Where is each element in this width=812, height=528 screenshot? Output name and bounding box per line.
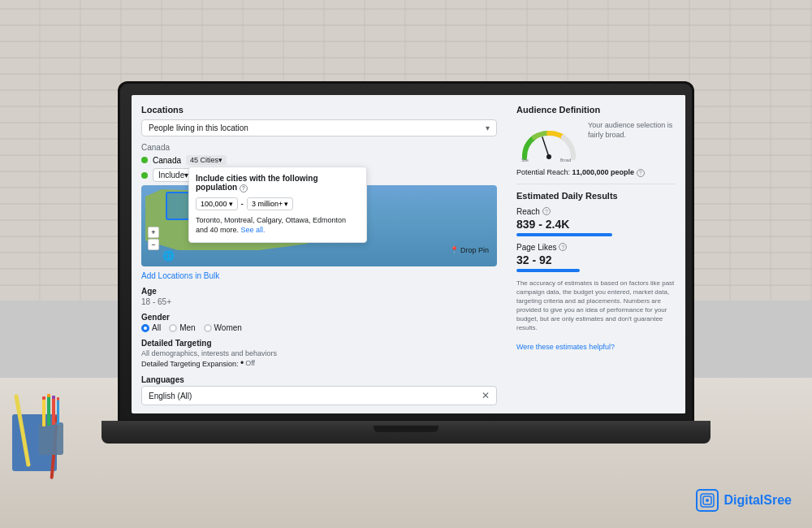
language-close-icon[interactable]: ✕ <box>482 390 490 401</box>
logo-text: DigitalSree <box>723 493 792 508</box>
include-green-dot <box>141 172 148 179</box>
min-value: 100,000 <box>201 200 227 208</box>
dropdown-arrow-icon: ▾ <box>486 123 490 132</box>
radio-women-empty <box>204 324 212 332</box>
page-likes-label: Page Likes <box>516 243 556 252</box>
map-zoom-controls: + − <box>148 227 159 250</box>
page-likes-label-row: Page Likes ? <box>516 243 676 252</box>
cities-list: Toronto, Montreal, Calgary, Ottawa, Edmo… <box>196 215 360 236</box>
page-likes-info-icon: ? <box>559 243 567 251</box>
gender-label: Gender <box>141 313 497 322</box>
svg-line-9 <box>542 137 549 157</box>
gauge-section: Spe Broad Your audience selection is fai… <box>516 121 676 162</box>
audience-desc-text: Your audience selection is fairly broad. <box>588 121 672 139</box>
men-label: Men <box>179 323 195 332</box>
radio-men-empty <box>169 324 177 332</box>
languages-section: Languages English (All) ✕ <box>141 375 497 405</box>
laptop: Locations People living in this location… <box>118 81 694 471</box>
reach-bar <box>516 233 612 236</box>
svg-rect-4 <box>47 394 50 397</box>
min-population-input[interactable]: 100,000 ▾ <box>196 197 238 210</box>
audience-definition-title: Audience Definition <box>516 105 676 115</box>
potential-reach: Potential Reach: 11,000,000 people ? <box>516 168 676 177</box>
reach-info-icon: ? <box>542 207 551 215</box>
cities-text: Toronto, Montreal, Calgary, Ottawa, Edmo… <box>196 216 346 235</box>
gender-men-option[interactable]: Men <box>169 323 195 332</box>
age-label: Age <box>141 287 497 296</box>
laptop-screen: Locations People living in this location… <box>132 95 685 413</box>
svg-text:Spe: Spe <box>521 158 529 162</box>
reach-label: Reach <box>516 207 540 216</box>
logo-svg <box>699 492 715 509</box>
language-input[interactable]: English (All) ✕ <box>141 386 497 405</box>
see-all-link[interactable]: See all. <box>241 226 266 234</box>
panel-divider <box>516 184 676 184</box>
pin-label: Drop Pin <box>460 246 489 254</box>
audience-desc: Your audience selection is fairly broad. <box>588 121 676 140</box>
svg-rect-3 <box>47 396 50 426</box>
detailed-targeting-desc: All demographics, interests and behavior… <box>141 349 497 357</box>
age-section: Age 18 - 65+ <box>141 287 497 306</box>
expansion-row: Detailed Targeting Expansion: • Off <box>141 357 497 369</box>
green-dot-icon <box>141 157 148 163</box>
include-label: Include <box>158 171 184 180</box>
svg-rect-5 <box>52 397 55 425</box>
potential-reach-value: 11,000,000 people <box>572 168 635 176</box>
cities-dropdown-arrow: ▾ <box>218 156 222 164</box>
popup-info-icon: ? <box>240 184 248 193</box>
bullet-icon: • <box>240 357 244 369</box>
popup-title: Include cities with the following popula… <box>196 174 360 193</box>
radio-all-selected <box>141 324 149 332</box>
svg-rect-7 <box>57 399 59 425</box>
gender-all-option[interactable]: All <box>141 323 161 332</box>
svg-point-15 <box>706 499 709 502</box>
potential-reach-label: Potential Reach: <box>516 168 570 176</box>
languages-label: Languages <box>141 375 497 384</box>
detailed-targeting-label: Detailed Targeting <box>141 339 497 348</box>
left-panel: Locations People living in this location… <box>132 95 507 413</box>
laptop-base <box>102 421 710 444</box>
min-arrow: ▾ <box>229 200 233 208</box>
drop-pin-button[interactable]: 📍 Drop Pin <box>450 246 489 254</box>
gender-section: Gender All Men <box>141 313 497 332</box>
logo-part2: Sree <box>763 493 792 507</box>
detailed-targeting-section: Detailed Targeting All demographics, int… <box>141 339 497 369</box>
zoom-in-button[interactable]: + <box>148 227 159 238</box>
location-type-dropdown[interactable]: People living in this location ▾ <box>141 119 497 136</box>
reach-value: 839 - 2.4K <box>516 218 676 231</box>
off-label: Off <box>245 359 255 367</box>
right-panel: Audience Definition <box>507 95 685 413</box>
country-name: Canada <box>153 156 181 165</box>
gender-options-row: All Men Women <box>141 323 497 332</box>
popup-range-row: 100,000 ▾ - 3 million+ ▾ <box>196 197 360 210</box>
max-arrow: ▾ <box>284 200 288 208</box>
expansion-label: Detailed Targeting Expansion: <box>141 360 238 368</box>
page-likes-bar <box>516 269 580 272</box>
reach-info-icon: ? <box>637 169 645 177</box>
cities-count: 45 Cities <box>190 156 218 164</box>
add-locations-link[interactable]: Add Locations in Bulk <box>141 271 497 280</box>
max-population-input[interactable]: 3 million+ ▾ <box>247 197 293 210</box>
cities-badge[interactable]: 45 Cities ▾ <box>186 155 227 165</box>
zoom-out-button[interactable]: − <box>148 239 159 250</box>
radio-dot <box>144 327 147 330</box>
svg-rect-1 <box>42 398 45 426</box>
svg-rect-2 <box>42 396 45 400</box>
locations-title: Locations <box>141 105 497 115</box>
logo-icon <box>696 489 719 512</box>
language-value: English (All) <box>149 392 192 400</box>
cities-popup: Include cities with the following popula… <box>188 167 367 243</box>
gauge-svg: Spe Broad <box>516 121 581 162</box>
screen-content: Locations People living in this location… <box>132 95 685 413</box>
expansion-value: • Off <box>240 357 255 369</box>
svg-rect-0 <box>39 422 63 455</box>
disclaimer-text: The accuracy of estimates is based on fa… <box>516 279 676 333</box>
country-label: Canada <box>141 143 497 152</box>
screen-bezel: Locations People living in this location… <box>118 81 694 422</box>
logo-container: DigitalSree <box>696 489 792 512</box>
pencil-cup <box>31 394 71 459</box>
helpful-link[interactable]: Were these estimates helpful? <box>516 343 615 351</box>
location-type-value: People living in this location <box>149 123 248 132</box>
page-likes-value: 32 - 92 <box>516 253 676 266</box>
gender-women-option[interactable]: Women <box>204 323 242 332</box>
